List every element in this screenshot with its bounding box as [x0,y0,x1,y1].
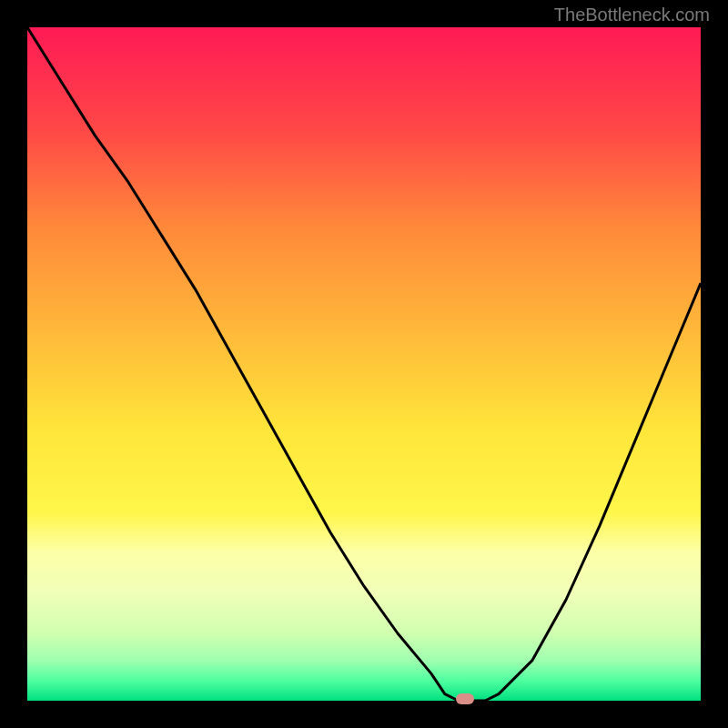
bottleneck-chart [0,0,728,728]
chart-container: TheBottleneck.com [0,0,728,728]
optimal-marker [456,693,474,704]
gradient-background [27,27,701,701]
watermark-text: TheBottleneck.com [554,5,710,25]
